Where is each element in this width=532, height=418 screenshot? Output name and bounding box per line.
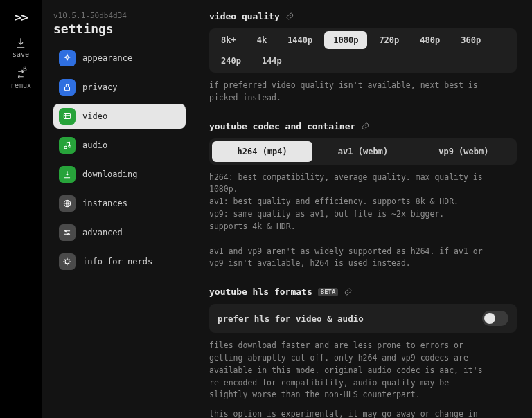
app-logo[interactable]: >> <box>14 7 28 27</box>
video-icon <box>62 111 72 121</box>
remux-label: remux <box>10 82 31 89</box>
sidebar-item-label: appearance <box>82 53 132 63</box>
section-quality: video quality 8k+4k1440p1080p720p480p360… <box>209 11 517 104</box>
svg-point-3 <box>69 145 71 147</box>
bug-icon <box>62 257 72 266</box>
hls-toggle[interactable] <box>482 311 508 326</box>
quality-selector[interactable]: 8k+4k1440p1080p720p480p360p240p144p <box>209 28 517 73</box>
sidebar-item-label: audio <box>82 140 107 150</box>
section-title: video quality <box>209 11 280 21</box>
sidebar-item-label: instances <box>82 199 127 208</box>
section-hls: youtube hls formats BETA prefer hls for … <box>209 287 517 418</box>
save-button[interactable]: save <box>12 37 29 58</box>
beta-badge: BETA <box>318 288 339 296</box>
sidebar-item-label: advanced <box>82 228 123 237</box>
quality-option[interactable]: 240p <box>212 52 250 70</box>
sidebar-item-advanced[interactable]: advanced <box>53 220 186 245</box>
sidebar-item-downloading[interactable]: downloading <box>53 162 186 187</box>
section-codec: youtube codec and container h264 (mp4)av… <box>209 121 517 271</box>
codec-option[interactable]: av1 (webm) <box>312 141 413 162</box>
download-icon <box>15 37 27 49</box>
help-text: if preferred video quality isn't availab… <box>209 80 486 104</box>
help-text: h264: best compatibility, average qualit… <box>209 172 486 271</box>
sidebar-item-video[interactable]: video <box>53 104 186 129</box>
globe-icon <box>62 199 72 208</box>
svg-point-7 <box>65 260 69 264</box>
sidebar-item-label: privacy <box>82 82 118 92</box>
quality-option[interactable]: 1080p <box>324 31 367 49</box>
quality-option[interactable]: 480p <box>411 31 449 49</box>
hls-toggle-card: prefer hls for video & audio <box>209 304 517 333</box>
help-text: files download faster and are less prone… <box>209 340 486 418</box>
quality-option[interactable]: 1440p <box>278 31 321 49</box>
lock-icon <box>62 82 72 92</box>
content-panel: video quality 8k+4k1440p1080p720p480p360… <box>194 0 532 418</box>
toggle-label: prefer hls for video & audio <box>218 314 364 324</box>
svg-point-2 <box>64 146 67 149</box>
sliders-icon <box>62 228 72 237</box>
sidebar-item-privacy[interactable]: privacy <box>53 75 186 100</box>
sidebar: v10.5.1-50db4d34 settings appearance pri… <box>42 0 194 418</box>
section-title: youtube hls formats <box>209 287 312 297</box>
save-label: save <box>12 51 29 58</box>
remux-button[interactable]: β remux <box>10 68 31 89</box>
svg-rect-1 <box>64 114 70 119</box>
downloading-icon <box>62 170 72 179</box>
section-title: youtube codec and container <box>209 121 355 131</box>
sidebar-item-audio[interactable]: audio <box>53 133 186 158</box>
left-rail: >> save β remux <box>0 0 42 418</box>
codec-option[interactable]: vp9 (webm) <box>414 141 514 162</box>
sidebar-item-appearance[interactable]: appearance <box>53 46 186 71</box>
quality-option[interactable]: 8k+ <box>212 31 245 49</box>
audio-icon <box>62 140 72 150</box>
svg-rect-0 <box>65 87 70 90</box>
sidebar-item-nerds[interactable]: info for nerds <box>53 249 186 274</box>
codec-selector[interactable]: h264 (mp4)av1 (webm)vp9 (webm) <box>209 138 517 165</box>
quality-option[interactable]: 144p <box>253 52 291 70</box>
settings-title: settings <box>53 21 186 36</box>
sidebar-item-instances[interactable]: instances <box>53 191 186 216</box>
version-text: v10.5.1-50db4d34 <box>53 11 186 20</box>
codec-option[interactable]: h264 (mp4) <box>212 141 312 162</box>
quality-option[interactable]: 4k <box>248 31 276 49</box>
sidebar-item-label: info for nerds <box>82 257 152 266</box>
link-icon[interactable] <box>285 12 294 21</box>
link-icon[interactable] <box>344 287 353 296</box>
settings-menu: appearance privacy video audio downloadi… <box>53 46 186 274</box>
quality-option[interactable]: 720p <box>370 31 408 49</box>
quality-option[interactable]: 360p <box>452 31 490 49</box>
sidebar-item-label: video <box>82 111 107 121</box>
sparkle-icon <box>62 53 72 63</box>
sidebar-item-label: downloading <box>82 170 137 179</box>
link-icon[interactable] <box>361 122 370 131</box>
